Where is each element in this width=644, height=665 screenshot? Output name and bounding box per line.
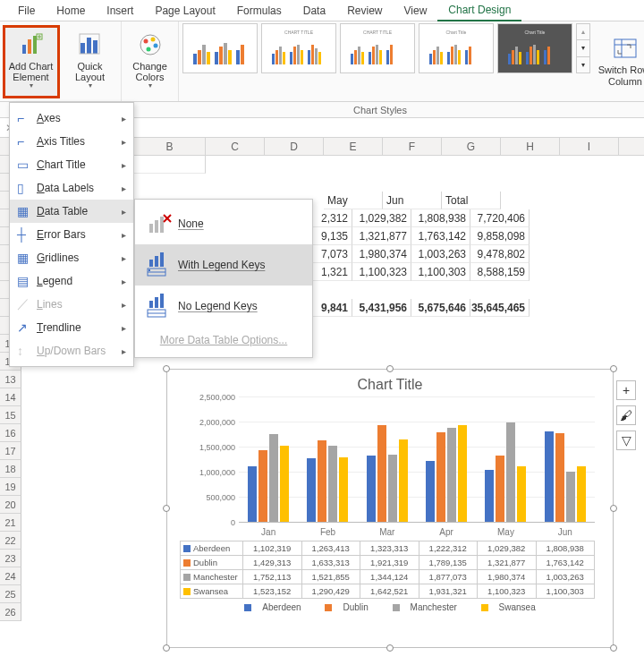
cell[interactable]: 1,808,938 (411, 209, 470, 227)
row-header[interactable]: 15 (0, 406, 21, 424)
quick-layout-button[interactable]: Quick Layout ▾ (62, 25, 119, 98)
row-header[interactable]: 24 (0, 567, 21, 585)
selection-handle[interactable] (163, 505, 170, 512)
legend-key-icon (325, 604, 332, 611)
cell[interactable]: 1,100,303 (411, 263, 470, 281)
row-header[interactable]: 23 (0, 550, 21, 567)
tab-page-layout[interactable]: Page Layout (144, 1, 225, 21)
cell[interactable]: 9,858,098 (470, 227, 530, 245)
col-header[interactable]: B (134, 138, 206, 155)
cell[interactable]: 9,841 (311, 299, 352, 317)
menu-item-axes[interactable]: ⌐Axes▸ (10, 107, 133, 130)
gallery-up-icon[interactable]: ▴ (577, 24, 589, 39)
col-header[interactable]: E (324, 138, 383, 155)
submenu-no-legend-keys[interactable]: No Legend Keys (135, 286, 312, 327)
tab-data[interactable]: Data (292, 1, 336, 21)
selection-handle[interactable] (610, 365, 617, 372)
chart-styles-gallery[interactable]: CHART TITLE CHART TITLE Chart Title Char… (179, 21, 594, 101)
chart-style-thumb[interactable]: CHART TITLE (340, 23, 415, 73)
tab-formulas[interactable]: Formulas (226, 1, 292, 21)
submenu-none[interactable]: None (135, 203, 312, 244)
cell[interactable]: 1,100,323 (352, 263, 411, 281)
submenu-with-legend-keys[interactable]: With Legend Keys (135, 244, 312, 286)
cell[interactable]: 1,029,382 (352, 209, 411, 227)
chevron-right-icon: ▸ (122, 346, 126, 356)
cell[interactable]: Total (442, 192, 501, 209)
bar (388, 455, 397, 522)
tab-file[interactable]: File (7, 1, 46, 21)
cell[interactable]: 7,073 (311, 245, 352, 263)
embedded-chart[interactable]: + 🖌 ▽ Chart Title 2,500,000 2,000,000 1,… (166, 369, 614, 648)
col-header[interactable]: J (619, 138, 644, 155)
chart-plot-area[interactable]: 2,500,000 2,000,000 1,500,000 1,000,000 … (239, 396, 595, 522)
switch-row-col-icon (613, 36, 638, 61)
chevron-right-icon: ▸ (122, 160, 126, 170)
chart-style-thumb[interactable]: Chart Title (419, 23, 494, 73)
add-chart-element-button[interactable]: Add Chart Element ▾ (3, 25, 60, 98)
tab-view[interactable]: View (394, 1, 438, 21)
menu-item-axis-titles[interactable]: ⌐Axis Titles▸ (10, 130, 133, 153)
menu-item-error-bars[interactable]: ┼Error Bars▸ (10, 223, 133, 246)
menu-item-data-labels[interactable]: ▯Data Labels▸ (10, 176, 133, 200)
cell[interactable]: 1,980,374 (352, 245, 411, 263)
tab-chart-design[interactable]: Chart Design (437, 0, 521, 21)
chart-style-thumb[interactable]: CHART TITLE (261, 23, 336, 73)
row-header[interactable]: 13 (0, 371, 21, 388)
selection-handle[interactable] (386, 365, 394, 372)
chart-styles-button[interactable]: 🖌 (616, 405, 636, 425)
cell[interactable]: 9,135 (311, 227, 352, 245)
col-header[interactable]: H (501, 138, 560, 155)
col-header[interactable]: F (383, 138, 442, 155)
cell[interactable]: 5,675,646 (411, 299, 470, 317)
cell[interactable]: May (324, 192, 383, 209)
menu-item-trendline[interactable]: ↗Trendline▸ (10, 316, 133, 339)
col-header[interactable]: I (560, 138, 619, 155)
tab-insert[interactable]: Insert (96, 1, 144, 21)
row-header[interactable]: 17 (0, 442, 21, 460)
col-header[interactable]: G (442, 138, 501, 155)
col-header[interactable]: C (206, 138, 265, 155)
cell[interactable]: 1,321,877 (352, 227, 411, 245)
row-header[interactable]: 26 (0, 603, 21, 621)
cell[interactable]: 35,645,465 (470, 299, 530, 317)
selection-handle[interactable] (610, 644, 617, 652)
row-header[interactable]: 25 (0, 585, 21, 603)
change-colors-button[interactable]: Change Colors ▾ (122, 25, 179, 98)
col-header[interactable]: D (265, 138, 324, 155)
chart-plus-button[interactable]: + (616, 380, 636, 400)
chart-filter-button[interactable]: ▽ (616, 431, 636, 450)
submenu-more-options[interactable]: More Data Table Options... (135, 327, 312, 354)
chart-style-thumb[interactable]: Chart Title (497, 23, 572, 73)
cell[interactable]: 8,588,159 (470, 263, 530, 281)
cell[interactable]: Jun (383, 192, 442, 209)
cell[interactable]: 1,003,263 (411, 245, 470, 263)
chart-style-thumb[interactable] (182, 23, 258, 73)
tab-review[interactable]: Review (336, 1, 393, 21)
row-header[interactable]: 14 (0, 388, 21, 406)
gallery-more-icon[interactable]: ▾ (577, 56, 589, 72)
selection-handle[interactable] (386, 644, 394, 652)
cell[interactable]: 9,478,802 (470, 245, 530, 263)
selection-handle[interactable] (163, 365, 170, 372)
cell[interactable]: 5,431,956 (352, 299, 411, 317)
menu-item-gridlines[interactable]: ▦Gridlines▸ (10, 246, 133, 269)
menu-item-legend[interactable]: ▤Legend▸ (10, 269, 133, 293)
row-header[interactable]: 20 (0, 496, 21, 514)
row-header[interactable]: 18 (0, 460, 21, 478)
chart-title[interactable]: Chart Title (167, 377, 613, 393)
gallery-down-icon[interactable]: ▾ (577, 39, 589, 55)
selection-handle[interactable] (163, 644, 170, 652)
cell[interactable]: 2,312 (311, 209, 352, 227)
selection-handle[interactable] (610, 505, 617, 512)
menu-item-chart-title[interactable]: ▭Chart Title▸ (10, 153, 133, 176)
menu-item-data-table[interactable]: ▦Data Table▸ (10, 200, 133, 223)
row-header[interactable]: 16 (0, 424, 21, 442)
row-header[interactable]: 22 (0, 532, 21, 550)
row-header[interactable]: 21 (0, 514, 21, 532)
switch-row-column-button[interactable]: Switch Row/ Column (597, 25, 644, 98)
cell[interactable]: 1,321 (311, 263, 352, 281)
tab-home[interactable]: Home (46, 1, 96, 21)
cell[interactable]: 1,763,142 (411, 227, 470, 245)
cell[interactable]: 7,720,406 (470, 209, 530, 227)
row-header[interactable]: 19 (0, 478, 21, 496)
